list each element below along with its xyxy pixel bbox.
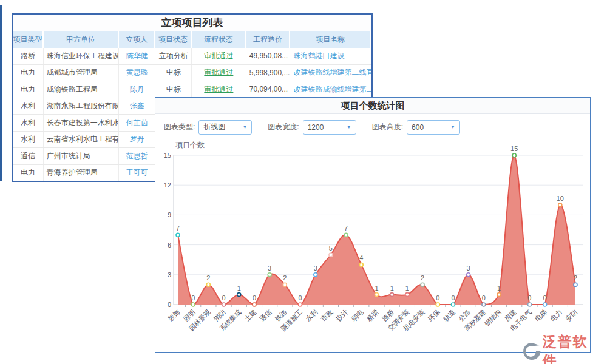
data-point[interactable]: [329, 253, 333, 257]
cell-initiator[interactable]: 陈丹: [119, 81, 155, 98]
data-point[interactable]: [283, 283, 287, 286]
chart-type-select[interactable]: 折线图 ▼: [198, 120, 252, 135]
svg-text:7: 7: [176, 224, 180, 232]
data-point[interactable]: [268, 273, 271, 277]
svg-text:电梯: 电梯: [534, 308, 548, 323]
table-row[interactable]: 电力成渝铁路工程局陈丹中标审批通过70,094,00...改建铁路成渝线增建第二…: [13, 81, 371, 98]
chart-window-title: 项目个数统计图: [341, 100, 405, 112]
table-row[interactable]: 电力成都城市管理局黄思璐中标审批通过5,998,900,...改建铁路线增建第二…: [13, 65, 371, 82]
data-point[interactable]: [512, 153, 516, 157]
svg-text:7: 7: [344, 224, 348, 232]
cell-flow[interactable]: 审批通过: [192, 65, 246, 81]
data-point[interactable]: [405, 293, 409, 297]
cell-type: 通信: [13, 148, 44, 164]
chart-height-select[interactable]: 600 ▼: [407, 120, 460, 135]
data-point[interactable]: [390, 293, 394, 297]
cell-type: 路桥: [13, 48, 44, 64]
chart-width-value: 1200: [308, 123, 324, 132]
chart-width-select[interactable]: 1200 ▼: [303, 120, 356, 135]
data-point[interactable]: [497, 293, 501, 297]
data-point[interactable]: [344, 233, 348, 237]
chart-controls: 图表类型: 折线图 ▼ 图表宽度: 1200 ▼ 图表高度: 600 ▼: [155, 114, 590, 135]
column-header-unit[interactable]: 甲方单位: [44, 31, 120, 48]
svg-text:0: 0: [436, 294, 439, 302]
data-point[interactable]: [237, 293, 241, 297]
cell-initiator[interactable]: 王可可: [119, 165, 155, 181]
cell-unit: 湖南永拓工程股份有限...: [44, 98, 120, 115]
vendor-name: 泛普软件: [543, 332, 601, 364]
svg-text:0: 0: [451, 294, 455, 302]
project-list-title: 立项项目列表: [161, 16, 223, 30]
cell-unit: 成都城市管理局: [44, 65, 120, 81]
cell-initiator[interactable]: 罗丹: [119, 132, 155, 148]
cell-flow[interactable]: 审批通过: [192, 48, 246, 64]
column-header-flow[interactable]: 流程状态: [192, 31, 246, 48]
data-point[interactable]: [421, 283, 424, 286]
cell-unit: 珠海信业环保工程建设...: [44, 48, 120, 64]
data-point[interactable]: [543, 303, 547, 306]
cell-name[interactable]: 珠海鹤港口建设: [290, 48, 371, 64]
svg-text:装饰: 装饰: [166, 308, 181, 323]
data-point[interactable]: [467, 273, 470, 277]
column-header-status[interactable]: 项目状态: [155, 31, 192, 48]
cell-unit: 成渝铁路工程局: [44, 81, 120, 98]
chart-height-label: 图表高度:: [372, 122, 403, 132]
svg-text:项目个数: 项目个数: [175, 141, 205, 149]
data-point[interactable]: [314, 273, 317, 277]
cell-name[interactable]: 改建铁路成渝线增建第二...: [290, 81, 371, 98]
svg-text:0: 0: [222, 294, 226, 302]
cell-initiator[interactable]: 张鑫: [119, 98, 155, 115]
svg-text:15: 15: [164, 152, 171, 159]
cell-name[interactable]: 改建铁路线增建第二线直...: [290, 65, 371, 81]
data-point[interactable]: [191, 303, 195, 306]
cell-cost: 49,950,08...: [246, 48, 291, 64]
chart-type-value: 折线图: [203, 122, 225, 132]
svg-text:12: 12: [164, 181, 171, 189]
table-header-row: 项目类型甲方单位立项人项目状态流程状态工程造价项目名称: [13, 31, 371, 48]
svg-text:1: 1: [237, 285, 241, 292]
data-point[interactable]: [359, 263, 363, 266]
svg-text:9: 9: [168, 211, 171, 218]
chart-height-value: 600: [412, 123, 424, 132]
data-point[interactable]: [451, 303, 455, 306]
svg-text:通信: 通信: [259, 308, 273, 323]
cell-type: 电力: [13, 81, 44, 98]
svg-text:3: 3: [467, 265, 470, 272]
data-point[interactable]: [574, 283, 577, 286]
cell-status: 中标: [155, 65, 192, 81]
svg-text:2: 2: [206, 274, 210, 281]
cell-flow[interactable]: 审批通过: [192, 81, 246, 98]
svg-text:市政: 市政: [319, 308, 334, 323]
project-list-titlebar: 立项项目列表: [13, 15, 371, 31]
data-point[interactable]: [527, 303, 531, 306]
svg-text:0: 0: [482, 294, 486, 302]
cell-cost: 5,998,900,...: [246, 65, 291, 81]
cell-status: 立项分析: [155, 48, 192, 64]
cell-initiator[interactable]: 黄思璐: [119, 65, 155, 81]
svg-text:0: 0: [168, 301, 171, 308]
column-header-cost[interactable]: 工程造价: [246, 31, 291, 48]
data-point[interactable]: [222, 303, 226, 306]
cell-unit: 广州市统计局: [44, 148, 120, 164]
svg-text:1: 1: [497, 285, 501, 292]
cell-initiator[interactable]: 何芷茵: [119, 115, 155, 131]
column-header-initiator[interactable]: 立项人: [119, 31, 155, 48]
chart-window-titlebar: 项目个数统计图: [155, 98, 590, 114]
table-row[interactable]: 路桥珠海信业环保工程建设...陈华健立项分析审批通过49,950,08...珠海…: [13, 48, 371, 65]
svg-text:10: 10: [557, 195, 564, 202]
cell-initiator[interactable]: 范思哲: [119, 148, 155, 164]
data-point[interactable]: [176, 233, 180, 237]
cell-initiator[interactable]: 陈华健: [119, 48, 155, 64]
data-point[interactable]: [299, 303, 302, 306]
data-point[interactable]: [206, 283, 210, 286]
data-point[interactable]: [558, 203, 562, 207]
data-point[interactable]: [482, 303, 486, 306]
svg-text:4: 4: [359, 254, 363, 261]
svg-text:1: 1: [405, 285, 409, 292]
data-point[interactable]: [436, 303, 439, 306]
column-header-type[interactable]: 项目类型: [13, 31, 44, 48]
svg-text:2: 2: [574, 274, 577, 281]
data-point[interactable]: [253, 303, 256, 306]
column-header-name[interactable]: 项目名称: [290, 31, 371, 48]
data-point[interactable]: [375, 293, 379, 297]
